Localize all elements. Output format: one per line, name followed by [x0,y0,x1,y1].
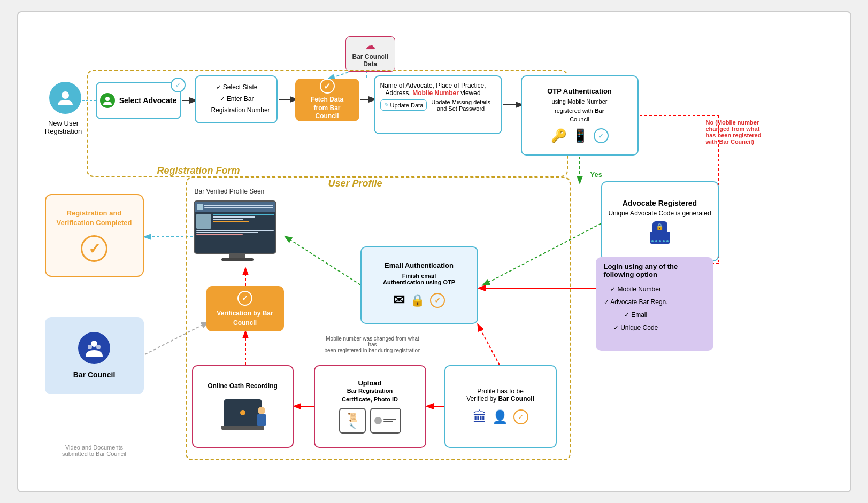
verification-label-line2: Council [233,319,257,327]
verification-by-bar-council-box: ✓ Verification by Bar Council [206,286,284,331]
advocate-info-box: Name of Advocate, Place of Practice, Add… [374,75,502,134]
upload-box: Upload Bar Registration Certificate, Pho… [314,365,426,448]
reg-verify-box: Registration and Verification Completed … [45,194,144,277]
otp-auth-box: OTP Authentication using Mobile Number r… [521,75,639,156]
login-options-box: Login using any of the following option … [596,257,713,351]
svg-point-26 [96,345,101,349]
select-state-box: ✓ Select State ✓ Enter Bar Registration … [195,75,278,123]
yes-label: Yes [590,171,602,179]
no-label: No (Mobile numberchanged from whathas be… [706,119,775,145]
bar-council-data-label: ☁ Bar Council Data [345,36,395,72]
bar-council-box: Bar Council [45,317,144,394]
svg-point-24 [91,341,97,347]
registration-form-label: Registration Form [157,165,240,176]
advocate-registered-box: Advocate Registered Unique Advocate Code… [601,181,719,261]
mobile-note: Mobile number was changed from what has … [322,336,424,353]
bar-council-label: Bar Council [73,370,116,379]
select-advocate-label: Select Advocate [119,96,177,105]
person-icon [49,82,81,114]
svg-point-23 [105,97,110,101]
monitor-display [194,200,282,270]
video-note: Video and Documents submitted to Bar Cou… [48,444,141,457]
svg-point-25 [88,345,92,349]
fetch-data-box: ✓ Fetch Data from Bar Council [295,79,359,121]
oath-recording-box: Online Oath Recording [192,365,294,448]
main-container: ☁ Bar Council Data Registration Form Use… [17,11,851,492]
new-user-registration-label: New User Registration [34,119,93,135]
svg-point-22 [62,91,69,99]
profile-verify-box: Profile has to be Verified by Bar Counci… [444,365,557,448]
verification-label-line1: Verification by Bar [217,309,273,317]
email-auth-box: Email Authentication Finish email Authen… [360,246,478,324]
select-advocate-box: ✓ Select Advocate [96,82,181,119]
user-profile-label: User Profile [328,178,382,189]
bar-verified-label: Bar Verified Profile Seen [195,188,265,195]
